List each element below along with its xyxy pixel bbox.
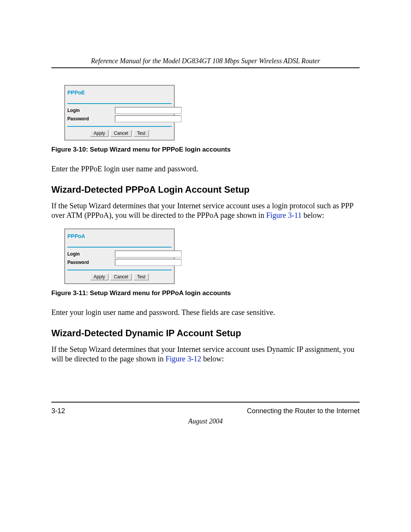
- cancel-button[interactable]: Cancel: [110, 273, 131, 280]
- section-heading-pppoa: Wizard-Detected PPPoA Login Account Setu…: [51, 184, 360, 195]
- apply-button[interactable]: Apply: [90, 273, 108, 280]
- login-label: Login: [67, 108, 115, 113]
- button-row: Apply Cancel Test: [67, 273, 172, 280]
- text-span: below:: [302, 211, 324, 219]
- divider: [67, 103, 172, 104]
- panel-title-text: PPPoA: [67, 233, 85, 239]
- panel-title: PPPoA: [67, 231, 172, 240]
- figure-caption: Figure 3-11: Setup Wizard menu for PPPoA…: [51, 289, 360, 297]
- password-row: Password: [67, 115, 172, 123]
- figure-link[interactable]: Figure 3-11: [266, 211, 301, 219]
- divider: [67, 270, 172, 270]
- section-heading-dynamic-ip: Wizard-Detected Dynamic IP Account Setup: [51, 328, 360, 339]
- body-text: Enter your login user name and password.…: [51, 308, 360, 317]
- password-label: Password: [67, 260, 115, 265]
- figure-link[interactable]: Figure 3-12: [166, 355, 201, 363]
- password-row: Password: [67, 258, 172, 267]
- footer-rule: [51, 402, 360, 403]
- page: Reference Manual for the Model DG834GT 1…: [0, 0, 411, 532]
- running-header: Reference Manual for the Model DG834GT 1…: [51, 57, 360, 68]
- pppoa-setup-panel: PPPoA Login Password Apply Cancel Test: [64, 228, 175, 284]
- figure-caption: Figure 3-10: Setup Wizard menu for PPPoE…: [51, 146, 360, 153]
- page-number: 3-12: [51, 407, 65, 415]
- divider: [67, 247, 172, 248]
- password-input[interactable]: [115, 259, 182, 266]
- body-text: If the Setup Wizard determines that your…: [51, 201, 360, 220]
- login-row: Login: [67, 250, 172, 258]
- cancel-button[interactable]: Cancel: [110, 130, 131, 137]
- login-row: Login: [67, 106, 172, 115]
- divider: [67, 126, 172, 127]
- apply-button[interactable]: Apply: [90, 130, 108, 137]
- login-input[interactable]: [115, 251, 182, 257]
- password-label: Password: [67, 116, 115, 121]
- password-input[interactable]: [115, 115, 182, 122]
- button-row: Apply Cancel Test: [67, 130, 172, 137]
- pppoe-setup-panel: PPPoE Login Password Apply Cancel Test: [64, 85, 175, 141]
- footer-date: August 2004: [51, 417, 360, 425]
- login-input[interactable]: [115, 107, 182, 114]
- footer-row: 3-12 Connecting the Router to the Intern…: [51, 406, 360, 415]
- section-title: Connecting the Router to the Internet: [247, 407, 360, 415]
- text-span: below:: [201, 355, 224, 363]
- login-label: Login: [67, 251, 115, 257]
- body-text: Enter the PPPoE login user name and pass…: [51, 164, 360, 174]
- test-button[interactable]: Test: [134, 273, 149, 280]
- panel-title-text: PPPoE: [67, 89, 85, 96]
- body-text: If the Setup Wizard determines that your…: [51, 345, 360, 364]
- panel-title: PPPoE: [67, 87, 172, 96]
- page-footer: 3-12 Connecting the Router to the Intern…: [51, 399, 360, 425]
- test-button[interactable]: Test: [134, 130, 149, 137]
